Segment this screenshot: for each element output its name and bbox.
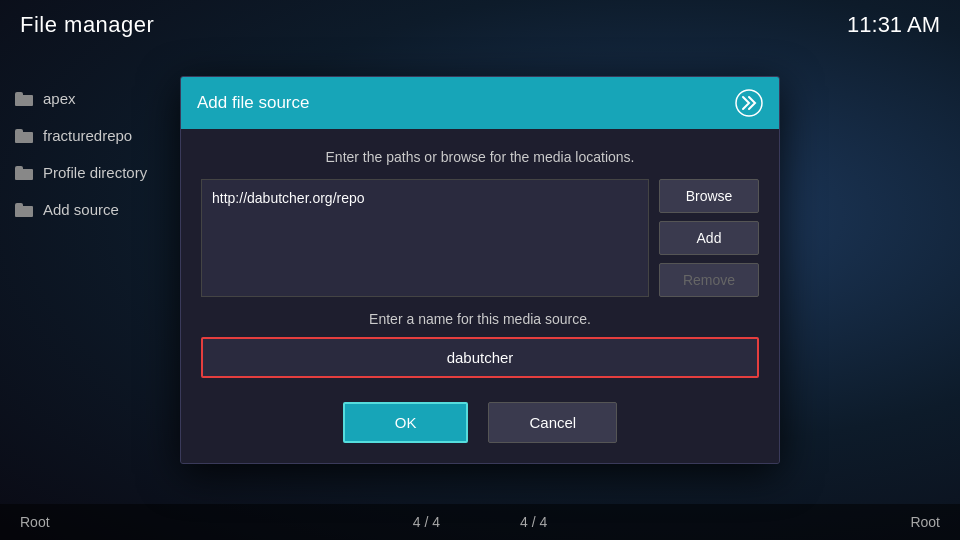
path-row: http://dabutcher.org/repo Browse Add Rem… — [201, 179, 759, 297]
modal-overlay: Add file source Enter the paths or brows… — [0, 0, 960, 540]
name-input[interactable] — [203, 339, 757, 376]
path-area[interactable]: http://dabutcher.org/repo — [201, 179, 649, 297]
cancel-button[interactable]: Cancel — [488, 402, 617, 443]
path-buttons: Browse Add Remove — [659, 179, 759, 297]
path-instruction: Enter the paths or browse for the media … — [201, 149, 759, 165]
browse-button[interactable]: Browse — [659, 179, 759, 213]
dialog-body: Enter the paths or browse for the media … — [181, 129, 779, 463]
dialog-header: Add file source — [181, 77, 779, 129]
kodi-logo — [735, 89, 763, 117]
dialog-title: Add file source — [197, 93, 309, 113]
path-value: http://dabutcher.org/repo — [212, 190, 365, 206]
ok-button[interactable]: OK — [343, 402, 469, 443]
name-instruction: Enter a name for this media source. — [201, 311, 759, 327]
add-file-source-dialog: Add file source Enter the paths or brows… — [180, 76, 780, 464]
dialog-actions: OK Cancel — [201, 398, 759, 443]
name-input-wrapper — [201, 337, 759, 378]
add-button[interactable]: Add — [659, 221, 759, 255]
remove-button[interactable]: Remove — [659, 263, 759, 297]
